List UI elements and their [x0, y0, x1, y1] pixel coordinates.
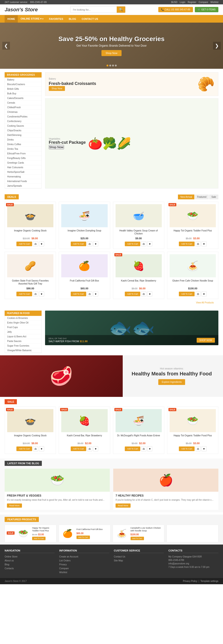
sidebar-item-international[interactable]: International Foods	[5, 179, 41, 184]
hero-next-arrow[interactable]: ❯	[213, 42, 221, 50]
food-item-cookies[interactable]: Cookies & Brownies	[5, 316, 41, 320]
hero-prev-arrow[interactable]: ❮	[2, 42, 10, 50]
sidebar-item-bulk[interactable]: Bulk Buy	[5, 91, 41, 96]
sidebar-item-confectionery[interactable]: Confectionery	[5, 119, 41, 124]
wishlist-icon-7[interactable]: ♥	[147, 292, 152, 296]
featured-btn-2[interactable]: Add To Cart	[77, 536, 90, 539]
sale-add-cart-4[interactable]: Add To Cart	[179, 446, 194, 451]
footer-privacy-link[interactable]: Privacy Policy	[183, 580, 197, 582]
add-to-cart-2[interactable]: Add To Cart	[71, 242, 86, 246]
footer-link-store[interactable]: Online Store	[5, 556, 18, 558]
tab-featured[interactable]: Featured	[195, 194, 209, 199]
nav-blog[interactable]: BLOG	[66, 15, 79, 22]
sale-compare-1[interactable]: ⚖	[33, 446, 38, 451]
add-to-cart-6[interactable]: Add To Cart	[71, 292, 86, 296]
add-to-cart-3[interactable]: Add To Cart	[125, 242, 140, 246]
hero-dot-3[interactable]	[112, 64, 114, 66]
compare-link[interactable]: Compare	[198, 1, 208, 4]
featured-btn-1[interactable]: Add To Cart	[32, 537, 46, 540]
compare-icon-5[interactable]: ⚖	[33, 292, 38, 296]
add-to-cart-7[interactable]: Add To Cart	[125, 292, 140, 296]
nav-home[interactable]: HOME	[5, 15, 18, 22]
wishlist-icon-1[interactable]: ♥	[39, 241, 44, 246]
footer-link-about[interactable]: About us	[5, 559, 14, 562]
sidebar-item-tea[interactable]: Drinks Tea	[5, 147, 41, 151]
add-to-cart-4[interactable]: Add To Cart	[179, 242, 194, 246]
wishlist-icon-4[interactable]: ♥	[201, 241, 206, 246]
food-item-fruit-cups[interactable]: Fruit Cups	[5, 325, 41, 330]
hero-dot-1[interactable]	[107, 64, 108, 66]
sidebar-item-cereals[interactable]: Cereals	[5, 100, 41, 105]
sidebar-item-coffee[interactable]: Drinks Coffee	[5, 142, 41, 147]
compare-icon-3[interactable]: ⚖	[141, 241, 146, 246]
sale-wishlist-4[interactable]: ♥	[201, 446, 206, 451]
compare-icon-7[interactable]: ⚖	[141, 292, 146, 296]
wishlist-icon-3[interactable]: ♥	[147, 241, 152, 246]
food-item-vinegar[interactable]: Vinegar/White Balsamic	[5, 348, 41, 353]
add-to-cart-5[interactable]: Add To Cart	[17, 292, 32, 296]
sidebar-item-cakes[interactable]: Cakes/Desserts	[5, 96, 41, 100]
wishlist-icon-5[interactable]: ♥	[39, 292, 44, 296]
sale-wishlist-2[interactable]: ♥	[93, 446, 98, 451]
footer-link-list-order[interactable]: List Orders	[59, 559, 71, 562]
sidebar-item-jams[interactable]: Jams/Spreads	[5, 184, 41, 188]
compare-icon-4[interactable]: ⚖	[195, 241, 200, 246]
footer-link-contact-us[interactable]: Contact Us	[114, 556, 125, 558]
sidebar-item-drinks[interactable]: Drinks	[5, 138, 41, 142]
food-item-liquor[interactable]: Liquor & Beers Act	[5, 334, 41, 339]
sale-compare-4[interactable]: ⚖	[195, 446, 200, 451]
cart-button[interactable]: 🛒 GET 0 ITEMS	[195, 7, 218, 12]
food-item-pasta[interactable]: Pasta Sauces	[5, 339, 41, 344]
view-all-link[interactable]: View All Products	[196, 301, 214, 304]
food-item-sugar-free[interactable]: Sugar Free Gummies	[5, 344, 41, 348]
tab-sale[interactable]: Sale	[209, 194, 218, 199]
sidebar-item-british[interactable]: British Gifts	[5, 87, 41, 91]
sidebar-item-christmas[interactable]: Christmas	[5, 110, 41, 114]
footer-link-blog[interactable]: Blog	[5, 563, 9, 566]
explore-ingredients-button[interactable]: Explore Ingredients	[158, 379, 185, 385]
sale-add-cart-3[interactable]: Add To Cart	[125, 446, 140, 451]
fish-shop-button[interactable]: SHOP NOW	[197, 338, 215, 343]
sidebar-item-hair[interactable]: Hair Colourants	[5, 165, 41, 170]
sidebar-item-chips[interactable]: Chips/Snacks	[5, 128, 41, 133]
search-input[interactable]	[71, 6, 117, 13]
hero-dot-2[interactable]	[109, 64, 111, 66]
food-item-jelly[interactable]: Jelly	[5, 330, 41, 334]
compare-icon-8[interactable]: ⚖	[195, 292, 200, 296]
food-item-olive-oil[interactable]: Extra Virgin Olive Oil	[5, 320, 41, 325]
call-us-button[interactable]: 📞 CALL US 800 345-67-89	[158, 7, 193, 12]
sidebar-item-chilled[interactable]: Chilled/Fresh	[5, 105, 41, 110]
wishlist-icon-2[interactable]: ♥	[93, 241, 98, 246]
sale-add-cart-2[interactable]: Add To Cart	[71, 446, 86, 451]
sidebar-item-biscuits[interactable]: Biscuits/Crackers	[5, 82, 41, 87]
sidebar-item-homemaking[interactable]: Homemaking	[5, 174, 41, 179]
nav-favorites[interactable]: FAVORITES	[46, 15, 66, 22]
wishlist-icon-6[interactable]: ♥	[93, 292, 98, 296]
wishlist-icon-8[interactable]: ♥	[201, 292, 206, 296]
featured-btn-3[interactable]: Add To Cart	[131, 537, 144, 540]
sidebar-item-ethical[interactable]: Ethical/Free-From	[5, 151, 41, 156]
login-link[interactable]: Login	[180, 1, 185, 4]
sidebar-item-diet[interactable]: Diet/Slimming	[5, 133, 41, 138]
sidebar-item-herbs[interactable]: Herbs/Spice/Salt	[5, 170, 41, 174]
wishlist-link[interactable]: Wishlist	[210, 1, 218, 4]
hero-dot-4[interactable]	[115, 64, 117, 66]
footer-link-create-account[interactable]: Create an Account	[59, 556, 78, 558]
sale-compare-2[interactable]: ⚖	[87, 446, 92, 451]
footer-link-compare[interactable]: Compare	[59, 567, 69, 570]
footer-link-contacts[interactable]: Contacts	[5, 567, 14, 570]
add-to-cart-8[interactable]: Add To Cart	[179, 292, 194, 296]
footer-template-link[interactable]: Template settings	[200, 580, 218, 582]
sale-wishlist-1[interactable]: ♥	[39, 446, 44, 451]
bakery-shop-button[interactable]: Shop Now	[49, 86, 65, 91]
footer-link-sitemap[interactable]: Site Map	[114, 559, 123, 562]
compare-icon-1[interactable]: ⚖	[33, 241, 38, 246]
sidebar-item-greetings[interactable]: Greetings Cards	[5, 160, 41, 165]
blog-read-more-2[interactable]: Read More	[116, 504, 131, 508]
search-button[interactable]: 🔍	[117, 6, 125, 13]
footer-link-wishlist[interactable]: Wishlist	[59, 571, 67, 574]
sidebar-item-feng[interactable]: Feng/Beauty Gifts	[5, 156, 41, 160]
sidebar-item-cooking-sauces[interactable]: Cooking Sauces	[5, 124, 41, 128]
sale-wishlist-3[interactable]: ♥	[147, 446, 152, 451]
sale-add-cart-1[interactable]: Add To Cart	[17, 446, 32, 451]
